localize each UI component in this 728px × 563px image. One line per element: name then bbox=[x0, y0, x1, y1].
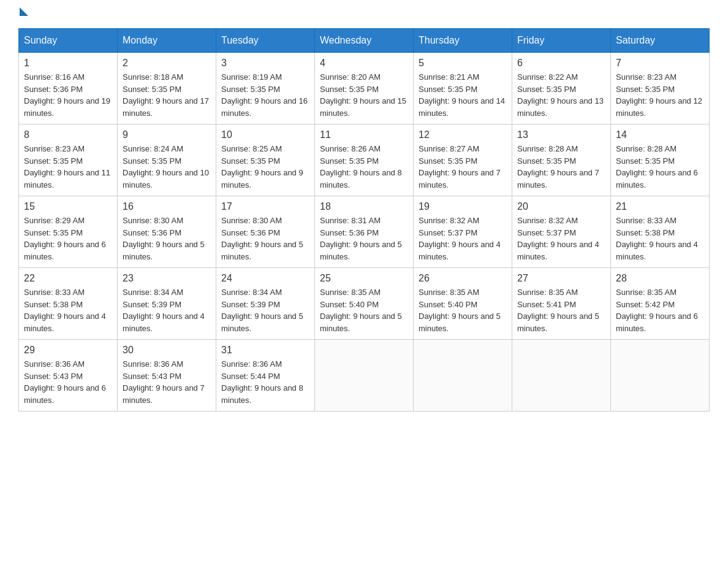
day-number: 16 bbox=[123, 201, 211, 212]
day-info: Sunrise: 8:33 AMSunset: 5:38 PMDaylight:… bbox=[24, 286, 112, 334]
header-row: SundayMondayTuesdayWednesdayThursdayFrid… bbox=[19, 29, 710, 53]
calendar-cell: 10 Sunrise: 8:25 AMSunset: 5:35 PMDaylig… bbox=[216, 124, 315, 196]
calendar-cell: 24 Sunrise: 8:34 AMSunset: 5:39 PMDaylig… bbox=[216, 268, 315, 340]
logo-triangle-icon bbox=[20, 7, 28, 16]
day-info: Sunrise: 8:36 AMSunset: 5:44 PMDaylight:… bbox=[221, 358, 309, 406]
calendar-cell: 7 Sunrise: 8:23 AMSunset: 5:35 PMDayligh… bbox=[611, 53, 710, 124]
day-info: Sunrise: 8:29 AMSunset: 5:35 PMDaylight:… bbox=[24, 215, 112, 262]
calendar-cell bbox=[512, 340, 611, 412]
week-row-5: 29 Sunrise: 8:36 AMSunset: 5:43 PMDaylig… bbox=[19, 340, 710, 412]
day-info: Sunrise: 8:33 AMSunset: 5:38 PMDaylight:… bbox=[616, 215, 704, 262]
day-number: 3 bbox=[221, 58, 309, 69]
day-info: Sunrise: 8:16 AMSunset: 5:36 PMDaylight:… bbox=[24, 71, 112, 119]
day-info: Sunrise: 8:34 AMSunset: 5:39 PMDaylight:… bbox=[221, 286, 309, 334]
day-number: 27 bbox=[517, 273, 605, 284]
calendar-cell bbox=[414, 340, 512, 412]
day-number: 31 bbox=[221, 345, 309, 356]
calendar-cell: 4 Sunrise: 8:20 AMSunset: 5:35 PMDayligh… bbox=[315, 53, 414, 124]
header-friday: Friday bbox=[512, 29, 611, 53]
day-info: Sunrise: 8:34 AMSunset: 5:39 PMDaylight:… bbox=[123, 286, 211, 334]
calendar-cell: 13 Sunrise: 8:28 AMSunset: 5:35 PMDaylig… bbox=[512, 124, 611, 196]
calendar-cell: 6 Sunrise: 8:22 AMSunset: 5:35 PMDayligh… bbox=[512, 53, 611, 124]
page-header bbox=[18, 12, 710, 16]
calendar-cell: 8 Sunrise: 8:23 AMSunset: 5:35 PMDayligh… bbox=[19, 124, 118, 196]
calendar-cell: 14 Sunrise: 8:28 AMSunset: 5:35 PMDaylig… bbox=[611, 124, 710, 196]
day-number: 20 bbox=[517, 201, 605, 212]
day-info: Sunrise: 8:21 AMSunset: 5:35 PMDaylight:… bbox=[419, 71, 507, 119]
calendar-cell: 21 Sunrise: 8:33 AMSunset: 5:38 PMDaylig… bbox=[611, 196, 710, 268]
calendar-cell: 5 Sunrise: 8:21 AMSunset: 5:35 PMDayligh… bbox=[414, 53, 512, 124]
week-row-1: 1 Sunrise: 8:16 AMSunset: 5:36 PMDayligh… bbox=[19, 53, 710, 124]
day-number: 23 bbox=[123, 273, 211, 284]
day-number: 26 bbox=[419, 273, 507, 284]
calendar-cell: 28 Sunrise: 8:35 AMSunset: 5:42 PMDaylig… bbox=[611, 268, 710, 340]
day-info: Sunrise: 8:36 AMSunset: 5:43 PMDaylight:… bbox=[24, 358, 112, 406]
day-number: 1 bbox=[24, 58, 112, 69]
day-info: Sunrise: 8:35 AMSunset: 5:41 PMDaylight:… bbox=[517, 286, 605, 334]
calendar-cell: 16 Sunrise: 8:30 AMSunset: 5:36 PMDaylig… bbox=[118, 196, 216, 268]
day-info: Sunrise: 8:35 AMSunset: 5:40 PMDaylight:… bbox=[320, 286, 408, 334]
calendar-cell: 20 Sunrise: 8:32 AMSunset: 5:37 PMDaylig… bbox=[512, 196, 611, 268]
day-number: 15 bbox=[24, 201, 112, 212]
day-info: Sunrise: 8:24 AMSunset: 5:35 PMDaylight:… bbox=[123, 143, 211, 191]
calendar-cell: 2 Sunrise: 8:18 AMSunset: 5:35 PMDayligh… bbox=[118, 53, 216, 124]
day-number: 21 bbox=[616, 201, 704, 212]
day-info: Sunrise: 8:18 AMSunset: 5:35 PMDaylight:… bbox=[123, 71, 211, 119]
day-number: 10 bbox=[221, 129, 309, 140]
day-info: Sunrise: 8:19 AMSunset: 5:35 PMDaylight:… bbox=[221, 71, 309, 119]
day-number: 4 bbox=[320, 58, 408, 69]
calendar-table: SundayMondayTuesdayWednesdayThursdayFrid… bbox=[18, 28, 710, 412]
day-info: Sunrise: 8:25 AMSunset: 5:35 PMDaylight:… bbox=[221, 143, 309, 191]
day-number: 22 bbox=[24, 273, 112, 284]
day-info: Sunrise: 8:26 AMSunset: 5:35 PMDaylight:… bbox=[320, 143, 408, 191]
header-sunday: Sunday bbox=[19, 29, 118, 53]
day-info: Sunrise: 8:27 AMSunset: 5:35 PMDaylight:… bbox=[419, 143, 507, 191]
day-number: 30 bbox=[123, 345, 211, 356]
calendar-cell: 29 Sunrise: 8:36 AMSunset: 5:43 PMDaylig… bbox=[19, 340, 118, 412]
week-row-4: 22 Sunrise: 8:33 AMSunset: 5:38 PMDaylig… bbox=[19, 268, 710, 340]
day-number: 9 bbox=[123, 129, 211, 140]
day-number: 13 bbox=[517, 129, 605, 140]
calendar-cell: 31 Sunrise: 8:36 AMSunset: 5:44 PMDaylig… bbox=[216, 340, 315, 412]
day-number: 25 bbox=[320, 273, 408, 284]
calendar-cell: 15 Sunrise: 8:29 AMSunset: 5:35 PMDaylig… bbox=[19, 196, 118, 268]
day-info: Sunrise: 8:36 AMSunset: 5:43 PMDaylight:… bbox=[123, 358, 211, 406]
day-number: 7 bbox=[616, 58, 704, 69]
day-info: Sunrise: 8:31 AMSunset: 5:36 PMDaylight:… bbox=[320, 215, 408, 262]
day-info: Sunrise: 8:32 AMSunset: 5:37 PMDaylight:… bbox=[517, 215, 605, 262]
calendar-cell: 12 Sunrise: 8:27 AMSunset: 5:35 PMDaylig… bbox=[414, 124, 512, 196]
day-info: Sunrise: 8:35 AMSunset: 5:40 PMDaylight:… bbox=[419, 286, 507, 334]
day-number: 6 bbox=[517, 58, 605, 69]
calendar-cell: 30 Sunrise: 8:36 AMSunset: 5:43 PMDaylig… bbox=[118, 340, 216, 412]
calendar-cell: 11 Sunrise: 8:26 AMSunset: 5:35 PMDaylig… bbox=[315, 124, 414, 196]
calendar-cell: 25 Sunrise: 8:35 AMSunset: 5:40 PMDaylig… bbox=[315, 268, 414, 340]
calendar-cell bbox=[315, 340, 414, 412]
day-number: 2 bbox=[123, 58, 211, 69]
day-info: Sunrise: 8:30 AMSunset: 5:36 PMDaylight:… bbox=[123, 215, 211, 262]
day-number: 17 bbox=[221, 201, 309, 212]
calendar-cell: 27 Sunrise: 8:35 AMSunset: 5:41 PMDaylig… bbox=[512, 268, 611, 340]
calendar-cell: 17 Sunrise: 8:30 AMSunset: 5:36 PMDaylig… bbox=[216, 196, 315, 268]
calendar-cell: 18 Sunrise: 8:31 AMSunset: 5:36 PMDaylig… bbox=[315, 196, 414, 268]
header-thursday: Thursday bbox=[414, 29, 512, 53]
header-tuesday: Tuesday bbox=[216, 29, 315, 53]
calendar-cell: 9 Sunrise: 8:24 AMSunset: 5:35 PMDayligh… bbox=[118, 124, 216, 196]
day-info: Sunrise: 8:22 AMSunset: 5:35 PMDaylight:… bbox=[517, 71, 605, 119]
day-info: Sunrise: 8:32 AMSunset: 5:37 PMDaylight:… bbox=[419, 215, 507, 262]
day-info: Sunrise: 8:28 AMSunset: 5:35 PMDaylight:… bbox=[616, 143, 704, 191]
day-info: Sunrise: 8:23 AMSunset: 5:35 PMDaylight:… bbox=[616, 71, 704, 119]
day-number: 28 bbox=[616, 273, 704, 284]
calendar-cell: 3 Sunrise: 8:19 AMSunset: 5:35 PMDayligh… bbox=[216, 53, 315, 124]
day-number: 11 bbox=[320, 129, 408, 140]
header-saturday: Saturday bbox=[611, 29, 710, 53]
week-row-2: 8 Sunrise: 8:23 AMSunset: 5:35 PMDayligh… bbox=[19, 124, 710, 196]
calendar-cell bbox=[611, 340, 710, 412]
day-number: 29 bbox=[24, 345, 112, 356]
day-number: 24 bbox=[221, 273, 309, 284]
calendar-cell: 19 Sunrise: 8:32 AMSunset: 5:37 PMDaylig… bbox=[414, 196, 512, 268]
day-info: Sunrise: 8:35 AMSunset: 5:42 PMDaylight:… bbox=[616, 286, 704, 334]
day-number: 5 bbox=[419, 58, 507, 69]
day-info: Sunrise: 8:28 AMSunset: 5:35 PMDaylight:… bbox=[517, 143, 605, 191]
day-info: Sunrise: 8:20 AMSunset: 5:35 PMDaylight:… bbox=[320, 71, 408, 119]
day-info: Sunrise: 8:30 AMSunset: 5:36 PMDaylight:… bbox=[221, 215, 309, 262]
